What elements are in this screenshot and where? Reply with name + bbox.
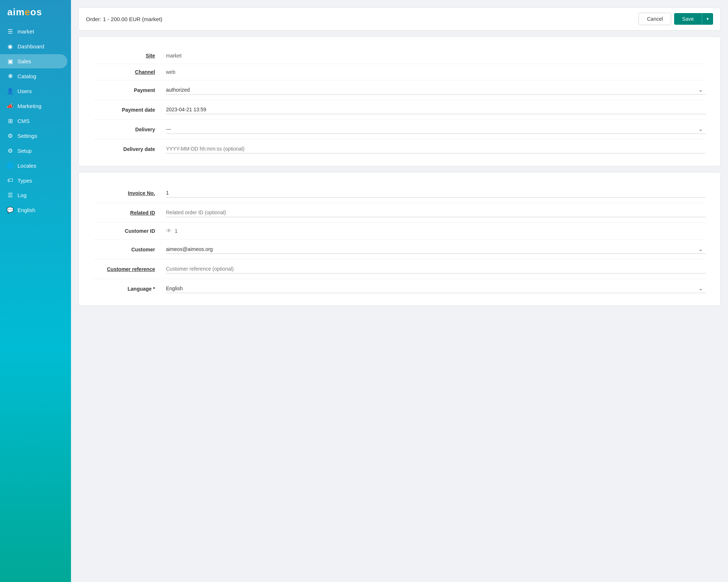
settings-icon: ⚙ [7,132,14,139]
sidebar-item-settings[interactable]: ⚙ Settings [0,129,67,143]
delivery-date-label: Delivery date [93,146,166,152]
delivery-select-wrapper: --- pending dispatched delivered [166,125,706,134]
cms-icon: ⊞ [7,117,14,124]
payment-select-wrapper: authorized pending completed cancelled [166,85,706,95]
language-label: Language * [93,286,166,292]
site-value: market [166,53,706,59]
related-id-value [166,208,706,217]
payment-label: Payment [93,87,166,93]
delivery-select[interactable]: --- pending dispatched delivered [166,125,706,134]
sidebar-item-label: Sales [17,58,31,64]
language-select-wrapper: English German French Spanish [166,284,706,293]
delivery-date-row: Delivery date [93,139,706,159]
sales-icon: ▣ [7,58,14,65]
channel-value: web [166,69,706,75]
sidebar-item-label: English [17,207,35,213]
payment-date-value [166,105,706,114]
sidebar-item-dashboard[interactable]: ◉ Dashboard [0,39,67,53]
header-actions: Cancel Save ▾ [638,13,713,25]
cancel-button[interactable]: Cancel [638,13,671,25]
sidebar-item-label: Users [17,88,32,94]
language-row: Language * English German French Spanish [93,279,706,298]
site-row: Site market [93,48,706,64]
language-select[interactable]: English German French Spanish [166,284,706,293]
customer-row: Customer aimeos@aimeos.org [93,240,706,259]
sidebar-item-market[interactable]: ☰ market [0,24,67,39]
related-id-row: Related ID [93,203,706,223]
customer-id-value: 👁 1 [166,228,706,234]
sidebar-item-label: Types [17,178,32,184]
payment-date-row: Payment date [93,100,706,120]
sidebar: aimeos ☰ market ◉ Dashboard ▣ Sales ❋ Ca… [0,0,71,582]
customer-id-row: Customer ID 👁 1 [93,223,706,240]
payment-select-container: authorized pending completed cancelled [166,85,706,95]
delivery-label: Delivery [93,127,166,132]
customer-reference-value [166,264,706,274]
log-icon: ☰ [7,192,14,199]
types-icon: 🏷 [7,177,14,184]
customer-reference-row: Customer reference [93,259,706,279]
invoice-no-input[interactable] [166,188,706,198]
invoice-no-label[interactable]: Invoice No. [93,190,166,196]
eye-icon: 👁 [166,228,172,234]
sidebar-item-setup[interactable]: ⚙ Setup [0,144,67,158]
customer-reference-input[interactable] [166,264,706,274]
brand-logo: aimeos [0,0,71,24]
sidebar-item-english[interactable]: 💬 English [0,203,67,217]
sidebar-item-label: Marketing [17,103,41,109]
delivery-date-value [166,144,706,154]
customer-select[interactable]: aimeos@aimeos.org [166,245,706,254]
invoice-no-value [166,188,706,198]
language-select-container: English German French Spanish [166,284,706,293]
customer-label: Customer [93,247,166,252]
sidebar-nav: ☰ market ◉ Dashboard ▣ Sales ❋ Catalog 👤… [0,24,71,221]
sidebar-item-label: Settings [17,133,37,139]
sidebar-item-marketing[interactable]: 📣 Marketing [0,99,67,113]
sidebar-item-label: Setup [17,148,32,154]
sidebar-item-users[interactable]: 👤 Users [0,84,67,98]
customer-id-display: 👁 1 [166,228,706,234]
sidebar-item-types[interactable]: 🏷 Types [0,174,67,187]
related-id-input[interactable] [166,208,706,217]
sidebar-item-sales[interactable]: ▣ Sales [0,54,67,68]
english-icon: 💬 [7,207,14,214]
sidebar-item-label: Dashboard [17,43,44,49]
customer-reference-label[interactable]: Customer reference [93,266,166,272]
setup-icon: ⚙ [7,147,14,154]
sidebar-item-label: market [17,28,34,35]
payment-date-input[interactable] [166,105,706,114]
channel-row: Channel web [93,64,706,80]
sidebar-item-locales[interactable]: 🌐 Locales [0,159,67,173]
sidebar-item-label: Locales [17,163,36,169]
customer-select-container: aimeos@aimeos.org [166,245,706,254]
users-icon: 👤 [7,88,14,95]
invoice-card: Invoice No. Related ID Customer ID 👁 1 C… [78,172,721,306]
save-button-group: Save ▾ [674,13,713,25]
sidebar-item-catalog[interactable]: ❋ Catalog [0,69,67,83]
sidebar-item-cms[interactable]: ⊞ CMS [0,114,67,128]
order-card: Site market Channel web Payment authoriz… [78,36,721,166]
sidebar-item-label: Catalog [17,73,36,79]
header-bar: Order: 1 - 200.00 EUR (market) Cancel Sa… [78,7,721,31]
site-label[interactable]: Site [93,53,166,59]
delivery-date-input[interactable] [166,144,706,154]
customer-id-number: 1 [175,228,178,234]
related-id-label[interactable]: Related ID [93,210,166,216]
save-button[interactable]: Save [674,13,702,25]
payment-date-label: Payment date [93,107,166,113]
locales-icon: 🌐 [7,162,14,169]
save-dropdown-button[interactable]: ▾ [702,13,713,25]
sidebar-item-label: Log [17,192,27,198]
payment-select[interactable]: authorized pending completed cancelled [166,85,706,95]
main-content: Order: 1 - 200.00 EUR (market) Cancel Sa… [71,0,728,582]
customer-id-label: Customer ID [93,228,166,234]
delivery-row: Delivery --- pending dispatched delivere… [93,120,706,139]
sidebar-item-log[interactable]: ☰ Log [0,188,67,202]
market-icon: ☰ [7,28,14,35]
marketing-icon: 📣 [7,103,14,109]
dashboard-icon: ◉ [7,43,14,50]
catalog-icon: ❋ [7,73,14,80]
channel-label[interactable]: Channel [93,69,166,75]
sidebar-item-label: CMS [17,118,29,124]
delivery-select-container: --- pending dispatched delivered [166,125,706,134]
